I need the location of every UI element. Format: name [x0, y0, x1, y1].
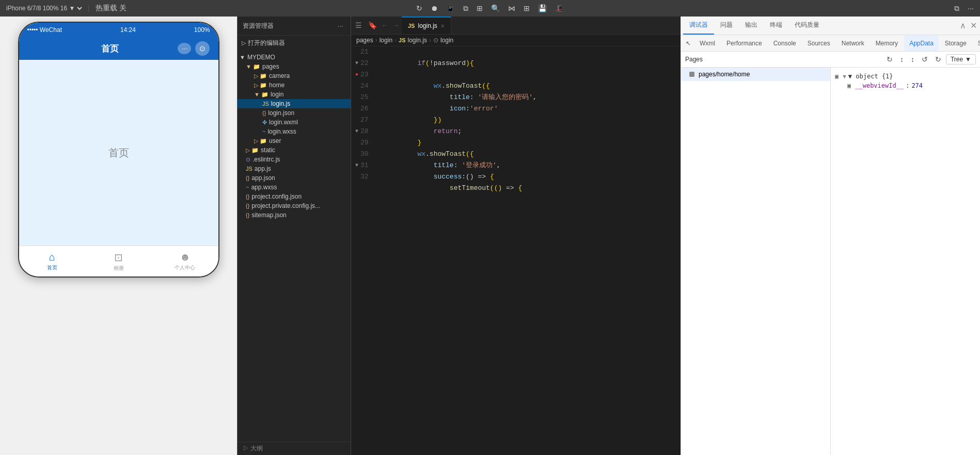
undo-btn[interactable]: ↺: [919, 54, 930, 65]
more-btn[interactable]: ···: [966, 3, 976, 13]
devtools-close-btn[interactable]: ✕: [969, 20, 978, 31]
file-panel-outline[interactable]: ▷ 大纲: [238, 442, 351, 455]
open-editors-label: 打开的编辑器: [248, 39, 285, 47]
project-private-icon: {}: [246, 203, 249, 209]
login-json-icon: {}: [262, 110, 266, 116]
page-item-home[interactable]: pages/home/home: [681, 68, 830, 81]
data-object-square-icon[interactable]: ▣: [835, 73, 839, 80]
login-wxss-file[interactable]: ~ login.wxss: [238, 127, 351, 136]
code-btn[interactable]: ⋈: [506, 3, 517, 13]
devtools-subtab-performance[interactable]: Performance: [721, 35, 767, 51]
pages-folder-icon: ▼ 📁: [246, 63, 260, 70]
code-line-31: success:() => {: [385, 173, 494, 181]
code-line-21: if(!password){: [385, 59, 474, 67]
devtools-subtab-console[interactable]: Console: [768, 35, 801, 51]
search-btn[interactable]: 🔍: [489, 3, 502, 13]
phone-bottom-profile[interactable]: ☻ 个人中心: [152, 246, 218, 277]
refresh-data-btn[interactable]: ↻: [884, 54, 895, 65]
add-child-btn[interactable]: ↕: [897, 54, 906, 65]
refresh-btn[interactable]: ↻: [414, 3, 424, 13]
sitemap-file[interactable]: {} sitemap.json: [238, 210, 351, 220]
devtools-tab-problems[interactable]: 问题: [714, 17, 739, 35]
login-wxss-icon: ~: [262, 128, 265, 135]
tree-dropdown-btn[interactable]: Tree ▼: [946, 54, 976, 64]
breadcrumb-loginjs[interactable]: login.js: [408, 37, 427, 44]
line-32: ▼ 32: [355, 171, 373, 183]
login-js-label: login.js: [271, 100, 290, 107]
code-content[interactable]: if(!password){ wx.showToast({ title: '请输…: [377, 46, 681, 455]
devtools-subtab-storage[interactable]: Storage: [940, 35, 972, 51]
split-btn[interactable]: ⧉: [952, 3, 961, 14]
mydemo-toggle[interactable]: ▼ MYDEMO: [238, 53, 351, 62]
eslintrc-file[interactable]: ⊙ .eslintrc.js: [238, 155, 351, 164]
phone-bottom-home[interactable]: ⌂ 首页: [19, 246, 86, 277]
editor-sidebar-toggle[interactable]: ☰: [351, 21, 366, 29]
app-js-file[interactable]: JS app.js: [238, 164, 351, 173]
static-folder[interactable]: ▷ 📁 static: [238, 145, 351, 155]
code-line-30: title: '登录成功',: [385, 161, 501, 169]
devtools-tab-terminal[interactable]: 终端: [764, 17, 788, 35]
phone-bottom-album[interactable]: ⊡ 相册: [85, 246, 152, 277]
app-wxss-file[interactable]: ~ app.wxss: [238, 183, 351, 192]
phone-nav-dots[interactable]: ···: [178, 43, 191, 54]
phone-frame: ••••• WeChat 14:24 100% 首页 ··· ⊙ 首页 ⌂ 首页: [18, 22, 219, 278]
login-js-file[interactable]: JS login.js: [238, 99, 351, 108]
user-folder-label: user: [269, 137, 281, 144]
devtools-tab-debugger[interactable]: 调试器: [683, 17, 714, 35]
fold-arrow-31[interactable]: ▼: [355, 160, 358, 171]
login-json-file[interactable]: {} login.json: [238, 108, 351, 118]
devtools-minimize-btn[interactable]: ∧: [959, 20, 967, 31]
pages-folder[interactable]: ▼ 📁 pages: [238, 62, 351, 71]
device-select[interactable]: iPhone 6/7/8 100% 16 ▼: [4, 4, 84, 12]
save-btn[interactable]: 💾: [536, 3, 549, 13]
project-config-file[interactable]: {} project.config.json: [238, 192, 351, 201]
devtools-tab-output[interactable]: 输出: [739, 17, 764, 35]
project-private-file[interactable]: {} project.private.config.js...: [238, 201, 351, 210]
user-folder[interactable]: ▷ 📁 user: [238, 136, 351, 145]
devtools-pages-list: pages/home/home: [681, 68, 831, 455]
devtools-subtab-memory[interactable]: Memory: [871, 35, 903, 51]
breadcrumb-sep1: ›: [375, 37, 377, 44]
home-folder[interactable]: ▷ 📁 home: [238, 80, 351, 90]
devtools-tab-quality[interactable]: 代码质量: [788, 17, 826, 35]
fold-arrow-22[interactable]: ▼: [355, 58, 358, 69]
devtools-subtab-wxml[interactable]: Wxml: [694, 35, 720, 51]
phone-btn[interactable]: 📱: [444, 3, 457, 13]
breadcrumb-pages[interactable]: pages: [356, 37, 373, 44]
wechat-btn[interactable]: 🎩: [553, 3, 566, 13]
mydemo-section: ▼ MYDEMO ▼ 📁 pages ▷ 📁 camera ▷ 📁 home: [238, 51, 351, 222]
devtools-subtab-sources[interactable]: Sources: [802, 35, 835, 51]
editor-tab-close[interactable]: ✕: [440, 23, 445, 29]
data-expand-btn[interactable]: ▼: [843, 73, 846, 80]
phone-nav-camera-icon[interactable]: ⊙: [195, 41, 210, 56]
phone-nav-title: 首页: [101, 43, 119, 55]
open-editors-toggle[interactable]: ▷ 打开的编辑器: [238, 38, 351, 48]
devtools-subtab-appdata[interactable]: AppData: [904, 35, 939, 51]
hot-reload-btn[interactable]: 热重载 关: [93, 3, 129, 14]
data-property-square-icon[interactable]: ▣: [847, 82, 851, 89]
devtools-subtab-network[interactable]: Network: [836, 35, 870, 51]
breadcrumb-login-func[interactable]: login: [440, 37, 453, 44]
copy-btn[interactable]: ⊞: [475, 3, 485, 13]
stop-btn[interactable]: ⏺: [429, 3, 440, 13]
login-wxss-label: login.wxss: [267, 128, 296, 135]
editor-bookmark-btn[interactable]: 🔖: [366, 20, 379, 30]
editor-tab-login-js[interactable]: JS login.js ✕: [402, 17, 451, 34]
fold-arrow-28[interactable]: ▼: [355, 126, 358, 137]
devtools-cursor-btn[interactable]: ↖: [683, 38, 693, 48]
breadcrumb-login[interactable]: login: [380, 37, 392, 44]
redo-btn[interactable]: ↻: [932, 54, 944, 65]
camera-folder[interactable]: ▷ 📁 camera: [238, 71, 351, 80]
app-json-file[interactable]: {} app.json: [238, 173, 351, 183]
breadcrumb-sep3: ›: [429, 37, 431, 44]
editor-forward-btn[interactable]: →: [390, 20, 402, 30]
editor-back-btn[interactable]: ←: [379, 20, 390, 30]
file-panel-more-btn[interactable]: ···: [335, 21, 345, 31]
devtools-subtab-security[interactable]: Security: [973, 35, 980, 51]
file-panel-title: 资源管理器: [243, 22, 274, 30]
grid-btn[interactable]: ⊞: [521, 3, 532, 13]
login-folder[interactable]: ▼ 📁 login: [238, 90, 351, 99]
login-wxml-file[interactable]: ✤ login.wxml: [238, 118, 351, 127]
window-btn[interactable]: ⧉: [461, 3, 470, 14]
add-sibling-btn[interactable]: ↕: [908, 54, 917, 65]
